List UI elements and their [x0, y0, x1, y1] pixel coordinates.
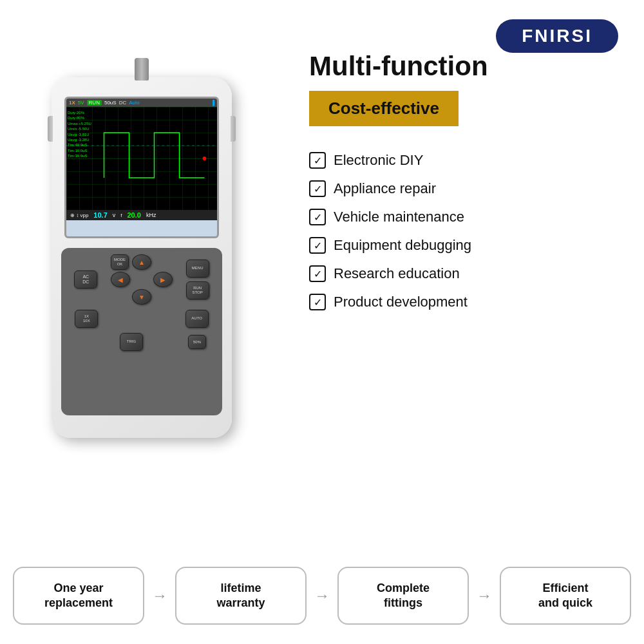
feature-item-equipment-debugging: ✓Equipment debugging: [309, 237, 631, 254]
check-icon-product-development: ✓: [309, 294, 326, 310]
device-body: 1X 5V RUN 50uS DC Auto ▐ Duty:20% Duty:8…: [52, 77, 232, 438]
check-icon-electronic-diy: ✓: [309, 152, 326, 169]
ac-dc-button[interactable]: ACDC: [74, 270, 97, 289]
feature-item-research-education: ✓Research education: [309, 265, 631, 282]
device-antenna: [135, 58, 149, 80]
brand-name: FNIRSI: [522, 26, 592, 46]
cost-badge: Cost-effective: [309, 91, 459, 126]
trig-button[interactable]: TRIG: [120, 333, 143, 351]
run-stop-button[interactable]: RUNSTOP: [186, 281, 209, 299]
bottom-section: One yearreplacement→lifetimewarranty→Com…: [13, 567, 631, 625]
feature-item-vehicle-maintenance: ✓Vehicle maintenance: [309, 209, 631, 225]
button-panel: ACDC ▲ ◀ MODEOK ▶ ▼ MENU RUNSTOP 1X10X: [61, 248, 222, 415]
check-icon-vehicle-maintenance: ✓: [309, 209, 326, 225]
feature-label-equipment-debugging: Equipment debugging: [334, 237, 471, 254]
auto-button[interactable]: AUTO: [185, 310, 209, 328]
bottom-badge-one-year-replacement: One yearreplacement: [13, 567, 144, 625]
device-image: 1X 5V RUN 50uS DC Auto ▐ Duty:20% Duty:8…: [19, 52, 290, 489]
fifty-button[interactable]: 50%: [188, 335, 206, 349]
one-ten-button[interactable]: 1X10X: [75, 310, 98, 328]
feature-item-product-development: ✓Product development: [309, 294, 631, 310]
feature-label-research-education: Research education: [334, 265, 460, 282]
device-screen: 1X 5V RUN 50uS DC Auto ▐ Duty:20% Duty:8…: [64, 97, 219, 238]
features-list: ✓Electronic DIY✓Appliance repair✓Vehicle…: [309, 152, 631, 310]
up-button[interactable]: ▲: [132, 254, 151, 270]
check-icon-research-education: ✓: [309, 265, 326, 282]
bottom-badge-complete-fittings: Completefittings: [337, 567, 469, 625]
menu-button[interactable]: MENU: [186, 260, 209, 278]
connector-arrow-2: →: [477, 567, 492, 625]
feature-label-appliance-repair: Appliance repair: [334, 180, 436, 197]
feature-item-electronic-diy: ✓Electronic DIY: [309, 152, 631, 169]
right-button[interactable]: ▶: [153, 272, 173, 287]
connector-arrow-1: →: [314, 567, 330, 625]
page-title: Multi-function: [309, 52, 631, 81]
feature-label-product-development: Product development: [334, 294, 468, 310]
check-icon-appliance-repair: ✓: [309, 180, 326, 197]
check-icon-equipment-debugging: ✓: [309, 237, 326, 254]
feature-item-appliance-repair: ✓Appliance repair: [309, 180, 631, 197]
left-button[interactable]: ◀: [111, 272, 130, 287]
connector-arrow-0: →: [152, 567, 167, 625]
feature-label-vehicle-maintenance: Vehicle maintenance: [334, 209, 464, 225]
bottom-badge-efficient-quick: Efficientand quick: [500, 567, 631, 625]
cost-badge-text: Cost-effective: [328, 99, 439, 118]
right-content: Multi-function Cost-effective ✓Electroni…: [309, 52, 631, 322]
svg-point-1: [203, 156, 207, 160]
bottom-badge-lifetime-warranty: lifetimewarranty: [175, 567, 307, 625]
brand-badge: FNIRSI: [496, 19, 618, 53]
down-button[interactable]: ▼: [132, 289, 151, 305]
mode-ok-button[interactable]: MODEOK: [111, 254, 129, 270]
feature-label-electronic-diy: Electronic DIY: [334, 152, 423, 169]
